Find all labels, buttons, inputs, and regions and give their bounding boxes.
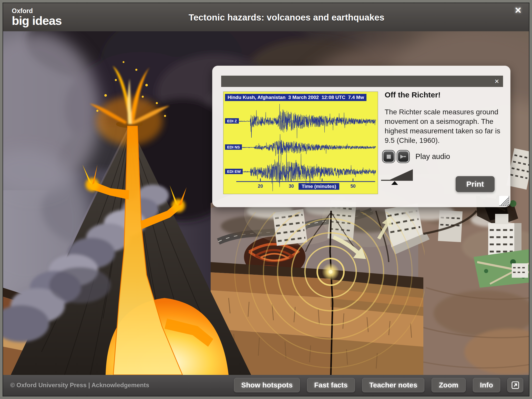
- stop-square-icon: [387, 155, 391, 159]
- copyright-text[interactable]: © Oxford University Press | Acknowledgem…: [10, 382, 149, 389]
- info-button[interactable]: Info: [473, 378, 500, 392]
- open-in-new-window-icon: [511, 381, 519, 389]
- station-label: EDI EW: [225, 169, 243, 174]
- play-audio-button[interactable]: [397, 151, 409, 163]
- show-hotspots-button[interactable]: Show hotspots: [234, 378, 300, 392]
- volume-wedge-icon: [389, 169, 413, 180]
- dialog-titlebar[interactable]: ✕: [221, 76, 503, 87]
- seismogram-traces: [223, 92, 378, 194]
- time-tick-label: 20: [253, 184, 268, 189]
- window-close-icon[interactable]: ✕: [515, 5, 522, 15]
- volume-marker-icon[interactable]: [391, 181, 398, 185]
- popup-heading: Off the Richter!: [385, 91, 505, 99]
- fast-facts-button[interactable]: Fast facts: [307, 378, 355, 392]
- dialog-close-icon[interactable]: ✕: [495, 77, 499, 85]
- time-tick-label: 30: [284, 184, 299, 189]
- stop-audio-button[interactable]: [383, 151, 395, 163]
- header-bar: Oxford big ideas Tectonic hazards: volca…: [3, 3, 529, 31]
- time-axis-label: Time (minutes): [299, 183, 339, 190]
- popup-body-text: The Richter scale measures ground moveme…: [385, 107, 506, 145]
- time-tick-label: 50: [345, 184, 361, 189]
- volume-slider[interactable]: [381, 168, 420, 186]
- zoom-button[interactable]: Zoom: [432, 378, 465, 392]
- seismograph-event-title: Hindu Kush, Afghanistan 3 March 2002 12:…: [225, 94, 366, 101]
- audio-controls: Play audio: [383, 151, 450, 163]
- play-audio-label: Play audio: [415, 152, 450, 161]
- content-frame: Oxford big ideas Tectonic hazards: volca…: [3, 3, 529, 396]
- play-arrow-icon: [400, 155, 406, 159]
- seismograph-dialog: ✕ Hindu Kush, Afghanistan 3 March 2002 1…: [212, 66, 510, 207]
- teacher-notes-button[interactable]: Teacher notes: [362, 378, 425, 392]
- print-button[interactable]: Print: [456, 176, 495, 192]
- open-in-new-window-button[interactable]: [507, 378, 523, 392]
- seismograph-panel: Hindu Kush, Afghanistan 3 March 2002 12:…: [223, 92, 378, 194]
- application-window: Oxford big ideas Tectonic hazards: volca…: [0, 0, 532, 399]
- footer-buttons: Show hotspots Fast facts Teacher notes Z…: [234, 378, 523, 392]
- page-title: Tectonic hazards: volcanoes and earthqua…: [24, 12, 529, 23]
- station-label: EDI NS: [225, 144, 242, 150]
- station-label: EDI Z: [225, 118, 239, 124]
- footer-bar: © Oxford University Press | Acknowledgem…: [3, 375, 529, 396]
- resize-grip-icon[interactable]: [499, 196, 509, 206]
